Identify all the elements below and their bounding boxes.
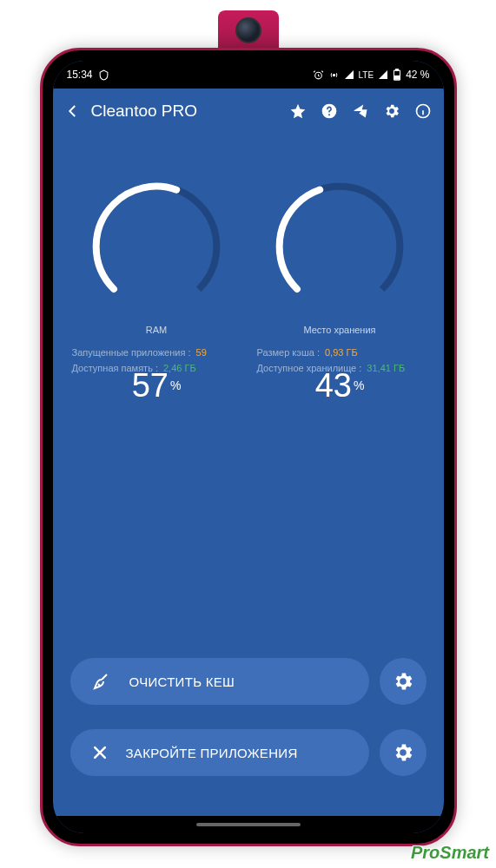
signal-icon <box>344 69 354 80</box>
watermark: ProSmart <box>411 843 489 863</box>
clear-cache-settings-button[interactable] <box>380 658 427 705</box>
storage-gauge: 43 % Место хранения <box>270 177 409 335</box>
svg-point-11 <box>270 177 409 316</box>
svg-point-8 <box>87 177 226 316</box>
battery-icon <box>393 69 401 81</box>
phone-screen: 15:34 LTE <box>53 61 444 833</box>
broom-icon <box>91 671 112 692</box>
phone-camera-popup <box>218 10 279 50</box>
network-label: LTE <box>359 70 374 80</box>
clear-cache-button[interactable]: ОЧИСТИТЬ КЕШ <box>70 658 369 705</box>
svg-point-6 <box>328 114 330 115</box>
nav-pill[interactable] <box>196 823 301 826</box>
share-icon[interactable] <box>352 102 369 120</box>
close-icon <box>91 744 109 761</box>
svg-rect-3 <box>396 69 399 70</box>
star-icon[interactable] <box>289 102 307 120</box>
gauges-section: 57 % RAM 43 % Место хранен <box>53 134 444 340</box>
navigation-bar <box>53 816 444 833</box>
status-bar: 15:34 LTE <box>53 61 444 89</box>
close-apps-label: ЗАКРОЙТЕ ПРИЛОЖЕНИЯ <box>126 746 298 760</box>
gear-icon <box>392 741 414 764</box>
close-apps-button[interactable]: ЗАКРОЙТЕ ПРИЛОЖЕНИЯ <box>70 729 369 776</box>
svg-point-9 <box>87 177 226 316</box>
percent-sign: % <box>354 378 364 392</box>
svg-point-1 <box>333 74 334 76</box>
phone-frame: 15:34 LTE <box>40 48 457 846</box>
app-bar: Cleantoo PRO <box>53 89 444 134</box>
close-apps-settings-button[interactable] <box>380 729 427 776</box>
svg-point-10 <box>270 177 409 316</box>
app-title: Cleantoo PRO <box>91 102 289 121</box>
status-time: 15:34 <box>67 69 93 81</box>
svg-rect-4 <box>395 76 400 79</box>
info-icon[interactable] <box>414 102 432 120</box>
gear-icon <box>392 670 414 693</box>
signal2-icon <box>378 69 388 80</box>
percent-sign: % <box>170 378 181 392</box>
back-icon[interactable] <box>65 103 81 119</box>
help-icon[interactable] <box>321 102 338 120</box>
camera-lens <box>235 17 261 43</box>
battery-percent: 42 % <box>406 69 429 81</box>
ram-gauge: 57 % RAM <box>87 177 226 335</box>
shield-icon <box>98 69 109 81</box>
settings-icon[interactable] <box>383 102 400 120</box>
ram-value: 57 <box>132 367 169 404</box>
storage-value: 43 <box>315 367 352 404</box>
alarm-icon <box>313 69 324 81</box>
hotspot-icon <box>328 69 340 81</box>
actions-section: ОЧИСТИТЬ КЕШ ЗАКРОЙТЕ ПРИЛОЖЕНИЯ <box>53 658 444 816</box>
clear-cache-label: ОЧИСТИТЬ КЕШ <box>129 674 235 689</box>
